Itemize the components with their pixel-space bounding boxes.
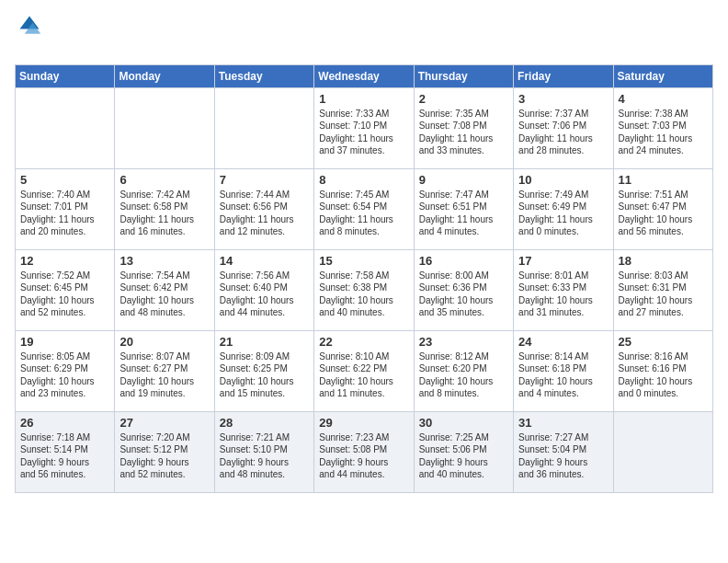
calendar-cell: 13Sunrise: 7:54 AM Sunset: 6:42 PM Dayli… [115, 249, 214, 330]
logo-blue-text [15, 38, 17, 56]
day-number: 6 [119, 173, 209, 187]
weekday-header-sunday: Sunday [16, 64, 115, 87]
cell-text: Sunrise: 7:42 AM Sunset: 6:58 PM Dayligh… [119, 189, 209, 238]
calendar-cell: 15Sunrise: 7:58 AM Sunset: 6:38 PM Dayli… [314, 249, 414, 330]
week-row-4: 26Sunrise: 7:18 AM Sunset: 5:14 PM Dayli… [16, 411, 713, 492]
cell-text: Sunrise: 7:58 AM Sunset: 6:38 PM Dayligh… [319, 270, 408, 319]
day-number: 17 [518, 254, 608, 268]
weekday-header-tuesday: Tuesday [214, 64, 313, 87]
calendar-cell: 3Sunrise: 7:37 AM Sunset: 7:06 PM Daylig… [514, 87, 613, 168]
cell-text: Sunrise: 7:51 AM Sunset: 6:47 PM Dayligh… [619, 189, 708, 238]
calendar-cell: 2Sunrise: 7:35 AM Sunset: 7:08 PM Daylig… [414, 87, 513, 168]
cell-text: Sunrise: 7:23 AM Sunset: 5:08 PM Dayligh… [319, 431, 408, 481]
calendar-cell: 19Sunrise: 8:05 AM Sunset: 6:29 PM Dayli… [16, 330, 115, 411]
day-number: 24 [518, 335, 608, 349]
calendar-cell: 21Sunrise: 8:09 AM Sunset: 6:25 PM Dayli… [214, 330, 313, 411]
cell-text: Sunrise: 7:25 AM Sunset: 5:06 PM Dayligh… [419, 431, 508, 481]
cell-text: Sunrise: 8:01 AM Sunset: 6:33 PM Dayligh… [518, 270, 608, 319]
week-row-0: 1Sunrise: 7:33 AM Sunset: 7:10 PM Daylig… [16, 87, 713, 168]
calendar-cell [16, 87, 115, 168]
calendar-cell: 1Sunrise: 7:33 AM Sunset: 7:10 PM Daylig… [314, 87, 414, 168]
day-number: 23 [419, 335, 508, 349]
week-row-1: 5Sunrise: 7:40 AM Sunset: 7:01 PM Daylig… [16, 168, 713, 249]
calendar-cell: 11Sunrise: 7:51 AM Sunset: 6:47 PM Dayli… [613, 168, 712, 249]
day-number: 16 [419, 254, 508, 268]
day-number: 19 [20, 335, 109, 349]
calendar-cell [214, 87, 313, 168]
day-number: 9 [419, 173, 508, 187]
cell-text: Sunrise: 8:10 AM Sunset: 6:22 PM Dayligh… [319, 350, 408, 400]
cell-text: Sunrise: 7:27 AM Sunset: 5:04 PM Dayligh… [518, 431, 608, 481]
calendar-cell: 31Sunrise: 7:27 AM Sunset: 5:04 PM Dayli… [514, 411, 613, 492]
cell-text: Sunrise: 7:49 AM Sunset: 6:49 PM Dayligh… [518, 189, 608, 238]
cell-text: Sunrise: 8:07 AM Sunset: 6:27 PM Dayligh… [119, 350, 209, 400]
calendar-cell: 4Sunrise: 7:38 AM Sunset: 7:03 PM Daylig… [613, 87, 712, 168]
calendar-cell: 25Sunrise: 8:16 AM Sunset: 6:16 PM Dayli… [613, 330, 712, 411]
cell-text: Sunrise: 7:18 AM Sunset: 5:14 PM Dayligh… [20, 431, 109, 481]
calendar-cell: 9Sunrise: 7:47 AM Sunset: 6:51 PM Daylig… [414, 168, 513, 249]
calendar: SundayMondayTuesdayWednesdayThursdayFrid… [15, 64, 713, 493]
cell-text: Sunrise: 7:38 AM Sunset: 7:03 PM Dayligh… [619, 108, 708, 157]
cell-text: Sunrise: 7:45 AM Sunset: 6:54 PM Dayligh… [319, 189, 408, 238]
cell-text: Sunrise: 8:00 AM Sunset: 6:36 PM Dayligh… [419, 270, 508, 319]
day-number: 26 [20, 416, 109, 430]
weekday-header-row: SundayMondayTuesdayWednesdayThursdayFrid… [16, 64, 713, 87]
cell-text: Sunrise: 8:14 AM Sunset: 6:18 PM Dayligh… [518, 350, 608, 400]
cell-text: Sunrise: 8:03 AM Sunset: 6:31 PM Dayligh… [619, 270, 708, 319]
cell-text: Sunrise: 7:56 AM Sunset: 6:40 PM Dayligh… [220, 270, 309, 319]
weekday-header-thursday: Thursday [414, 64, 513, 87]
calendar-cell: 8Sunrise: 7:45 AM Sunset: 6:54 PM Daylig… [314, 168, 414, 249]
header [15, 9, 713, 57]
calendar-cell: 24Sunrise: 8:14 AM Sunset: 6:18 PM Dayli… [514, 330, 613, 411]
cell-text: Sunrise: 7:47 AM Sunset: 6:51 PM Dayligh… [419, 189, 508, 238]
day-number: 5 [20, 173, 109, 187]
calendar-cell: 12Sunrise: 7:52 AM Sunset: 6:45 PM Dayli… [16, 249, 115, 330]
cell-text: Sunrise: 7:33 AM Sunset: 7:10 PM Dayligh… [319, 108, 408, 157]
cell-text: Sunrise: 7:44 AM Sunset: 6:56 PM Dayligh… [220, 189, 309, 238]
day-number: 22 [319, 335, 408, 349]
day-number: 20 [119, 335, 209, 349]
calendar-cell: 18Sunrise: 8:03 AM Sunset: 6:31 PM Dayli… [613, 249, 712, 330]
day-number: 21 [220, 335, 309, 349]
calendar-cell: 30Sunrise: 7:25 AM Sunset: 5:06 PM Dayli… [414, 411, 513, 492]
cell-text: Sunrise: 7:35 AM Sunset: 7:08 PM Dayligh… [419, 108, 508, 157]
day-number: 25 [619, 335, 708, 349]
calendar-cell: 27Sunrise: 7:20 AM Sunset: 5:12 PM Dayli… [115, 411, 214, 492]
day-number: 10 [518, 173, 608, 187]
weekday-header-friday: Friday [514, 64, 613, 87]
day-number: 18 [619, 254, 708, 268]
cell-text: Sunrise: 8:16 AM Sunset: 6:16 PM Dayligh… [619, 350, 708, 400]
calendar-cell [115, 87, 214, 168]
day-number: 27 [119, 416, 209, 430]
calendar-cell: 16Sunrise: 8:00 AM Sunset: 6:36 PM Dayli… [414, 249, 513, 330]
cell-text: Sunrise: 8:05 AM Sunset: 6:29 PM Dayligh… [20, 350, 109, 400]
day-number: 13 [119, 254, 209, 268]
day-number: 12 [20, 254, 109, 268]
calendar-cell: 23Sunrise: 8:12 AM Sunset: 6:20 PM Dayli… [414, 330, 513, 411]
cell-text: Sunrise: 7:37 AM Sunset: 7:06 PM Dayligh… [518, 108, 608, 157]
cell-text: Sunrise: 8:12 AM Sunset: 6:20 PM Dayligh… [419, 350, 508, 400]
calendar-cell: 6Sunrise: 7:42 AM Sunset: 6:58 PM Daylig… [115, 168, 214, 249]
calendar-cell: 29Sunrise: 7:23 AM Sunset: 5:08 PM Dayli… [314, 411, 414, 492]
weekday-header-monday: Monday [115, 64, 214, 87]
day-number: 14 [220, 254, 309, 268]
calendar-cell [613, 411, 712, 492]
calendar-cell: 5Sunrise: 7:40 AM Sunset: 7:01 PM Daylig… [16, 168, 115, 249]
calendar-cell: 14Sunrise: 7:56 AM Sunset: 6:40 PM Dayli… [214, 249, 313, 330]
day-number: 2 [419, 92, 508, 106]
calendar-cell: 22Sunrise: 8:10 AM Sunset: 6:22 PM Dayli… [314, 330, 414, 411]
calendar-cell: 7Sunrise: 7:44 AM Sunset: 6:56 PM Daylig… [214, 168, 313, 249]
day-number: 1 [319, 92, 408, 106]
day-number: 7 [220, 173, 309, 187]
day-number: 3 [518, 92, 608, 106]
calendar-cell: 28Sunrise: 7:21 AM Sunset: 5:10 PM Dayli… [214, 411, 313, 492]
page: SundayMondayTuesdayWednesdayThursdayFrid… [0, 0, 728, 508]
day-number: 31 [518, 416, 608, 430]
cell-text: Sunrise: 7:21 AM Sunset: 5:10 PM Dayligh… [220, 431, 309, 481]
week-row-2: 12Sunrise: 7:52 AM Sunset: 6:45 PM Dayli… [16, 249, 713, 330]
cell-text: Sunrise: 7:40 AM Sunset: 7:01 PM Dayligh… [20, 189, 109, 238]
day-number: 30 [419, 416, 508, 430]
logo [15, 13, 42, 57]
day-number: 11 [619, 173, 708, 187]
day-number: 15 [319, 254, 408, 268]
